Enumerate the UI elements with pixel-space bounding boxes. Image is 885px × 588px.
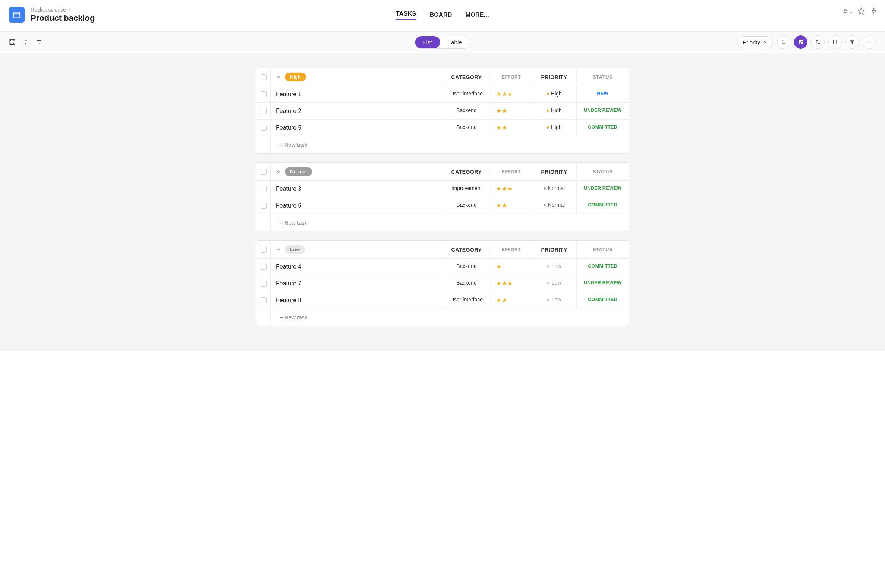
task-row[interactable]: Feature 8User interface★★LowCOMMITTED [257, 292, 628, 309]
task-effort[interactable]: ★★ [491, 103, 532, 119]
breadcrumb[interactable]: Rocket science / [30, 7, 95, 13]
task-title[interactable]: Feature 1 [270, 86, 442, 102]
task-title[interactable]: Feature 6 [270, 198, 442, 214]
task-category[interactable]: User interface [442, 292, 491, 309]
task-status[interactable]: COMMITTED [576, 198, 628, 214]
task-status[interactable]: NEW [576, 86, 628, 102]
task-effort[interactable]: ★★ [491, 120, 532, 136]
column-header-effort[interactable]: EFFORT [491, 70, 532, 84]
task-title[interactable]: Feature 3 [270, 181, 442, 197]
task-category[interactable]: User interface [442, 86, 491, 102]
column-header-priority[interactable]: PRIORITY [532, 70, 576, 85]
column-header-status[interactable]: STATUS [576, 242, 628, 257]
task-priority[interactable]: Normal [532, 198, 576, 214]
tab-more[interactable]: MORE... [466, 12, 489, 20]
task-priority[interactable]: Low [532, 292, 576, 309]
column-header-effort[interactable]: EFFORT [491, 243, 532, 257]
column-header-priority[interactable]: PRIORITY [532, 242, 576, 257]
column-header-status[interactable]: STATUS [576, 164, 628, 179]
view-table-button[interactable]: Table [440, 36, 470, 48]
task-priority[interactable]: Low [532, 259, 576, 275]
task-title[interactable]: Feature 2 [270, 103, 442, 119]
column-header-category[interactable]: CATEGORY [442, 70, 491, 85]
task-category[interactable]: Backend [442, 198, 491, 214]
task-row[interactable]: Feature 1User interface★★★HighNEW [257, 86, 628, 103]
chevron-down-icon[interactable] [276, 247, 281, 252]
task-title[interactable]: Feature 8 [270, 292, 442, 309]
column-header-priority[interactable]: PRIORITY [532, 164, 576, 179]
fullscreen-icon[interactable] [9, 39, 16, 45]
task-effort[interactable]: ★★★ [491, 86, 532, 102]
task-title[interactable]: Feature 7 [270, 275, 442, 292]
task-effort[interactable]: ★ [491, 259, 532, 275]
task-status[interactable]: COMMITTED [576, 259, 628, 275]
row-checkbox[interactable] [261, 203, 266, 208]
task-effort[interactable]: ★★★ [491, 275, 532, 292]
task-row[interactable]: Feature 5Backend★★HighCOMMITTED [257, 120, 628, 136]
sort-button[interactable] [811, 35, 825, 49]
star-icon[interactable] [857, 8, 865, 15]
tab-board[interactable]: BOARD [430, 12, 452, 20]
row-checkbox[interactable] [261, 264, 266, 270]
group-checkbox[interactable] [261, 74, 266, 80]
group-pill[interactable]: Low [285, 245, 305, 254]
group-pill[interactable]: High [285, 73, 306, 81]
columns-button[interactable] [828, 35, 842, 49]
group-checkbox[interactable] [261, 169, 266, 175]
people-icon[interactable]: 1 [842, 8, 852, 15]
task-title[interactable]: Feature 5 [270, 120, 442, 136]
new-task-button[interactable]: + New task [270, 136, 628, 153]
group-checkbox[interactable] [261, 247, 266, 253]
tab-tasks[interactable]: TASKS [396, 10, 416, 20]
task-priority[interactable]: High [532, 103, 576, 119]
task-priority[interactable]: Normal [532, 181, 576, 197]
more-button[interactable] [862, 35, 876, 49]
task-effort[interactable]: ★★ [491, 198, 532, 214]
breadcrumb-parent[interactable]: Rocket science [30, 7, 66, 13]
task-status[interactable]: COMMITTED [576, 292, 628, 309]
filter-button[interactable] [846, 35, 859, 49]
row-checkbox[interactable] [261, 280, 266, 286]
row-checkbox[interactable] [261, 186, 266, 192]
task-effort[interactable]: ★★ [491, 292, 532, 309]
task-row[interactable]: Feature 4Backend★LowCOMMITTED [257, 259, 628, 275]
column-header-category[interactable]: CATEGORY [442, 242, 491, 257]
task-status[interactable]: COMMITTED [576, 120, 628, 136]
task-status[interactable]: UNDER REVIEW [576, 275, 628, 292]
group-pill[interactable]: Normal [285, 167, 312, 176]
group-by-dropdown[interactable]: Priority [737, 36, 773, 48]
task-title[interactable]: Feature 4 [270, 259, 442, 275]
task-status[interactable]: UNDER REVIEW [576, 103, 628, 119]
row-checkbox[interactable] [261, 108, 266, 114]
column-header-effort[interactable]: EFFORT [491, 165, 532, 179]
pin-icon[interactable] [870, 8, 877, 15]
task-priority[interactable]: Low [532, 275, 576, 292]
collapse-icon[interactable] [23, 39, 29, 45]
task-row[interactable]: Feature 3Improvement★★★NormalUNDER REVIE… [257, 181, 628, 198]
completed-toggle-button[interactable] [794, 35, 807, 49]
column-header-status[interactable]: STATUS [576, 70, 628, 84]
row-checkbox[interactable] [261, 91, 266, 97]
task-effort[interactable]: ★★★ [491, 181, 532, 197]
task-category[interactable]: Improvement [442, 181, 491, 197]
column-header-category[interactable]: CATEGORY [442, 164, 491, 179]
task-row[interactable]: Feature 6Backend★★NormalCOMMITTED [257, 198, 628, 214]
task-category[interactable]: Backend [442, 259, 491, 275]
task-category[interactable]: Backend [442, 275, 491, 292]
task-row[interactable]: Feature 2Backend★★HighUNDER REVIEW [257, 103, 628, 120]
task-status[interactable]: UNDER REVIEW [576, 181, 628, 197]
task-priority[interactable]: High [532, 86, 576, 102]
row-checkbox[interactable] [261, 125, 266, 131]
chevron-down-icon[interactable] [276, 75, 281, 80]
task-row[interactable]: Feature 7Backend★★★LowUNDER REVIEW [257, 275, 628, 292]
hierarchy-button[interactable] [777, 35, 790, 49]
task-category[interactable]: Backend [442, 120, 491, 136]
new-task-button[interactable]: + New task [270, 309, 628, 326]
filter-lines-icon[interactable] [36, 39, 42, 45]
row-checkbox[interactable] [261, 297, 266, 303]
view-list-button[interactable]: List [415, 36, 440, 48]
chevron-down-icon[interactable] [276, 169, 281, 174]
task-priority[interactable]: High [532, 120, 576, 136]
task-category[interactable]: Backend [442, 103, 491, 119]
new-task-button[interactable]: + New task [270, 214, 628, 231]
